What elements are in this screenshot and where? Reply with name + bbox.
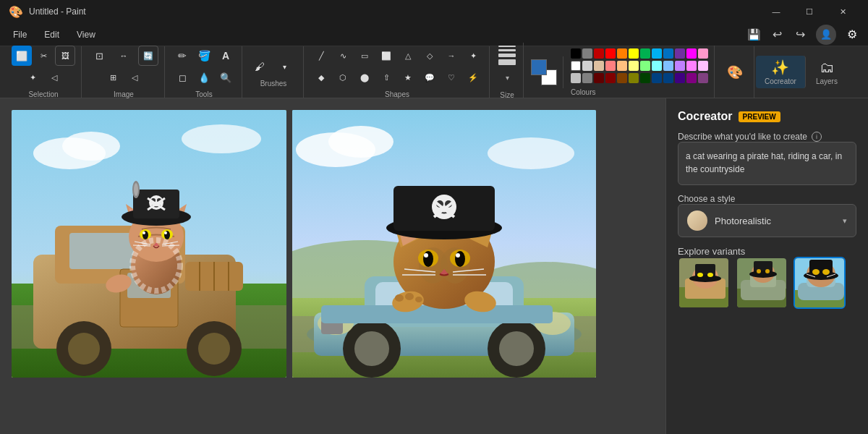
shape-rect2-button[interactable]: ⬜	[376, 46, 396, 66]
svg-point-118	[804, 271, 838, 280]
brush-dropdown[interactable]: ▾	[271, 56, 297, 77]
color-blue[interactable]	[663, 48, 673, 59]
color-lightpink[interactable]	[698, 61, 708, 71]
color-lightblue[interactable]	[663, 61, 673, 71]
color-pink[interactable]	[698, 48, 708, 59]
cocreator-feature-button[interactable]: ✨ Cocreator	[756, 56, 806, 88]
main-area: Cocreator PREVIEW Describe what you'd li…	[0, 98, 868, 434]
image-group: ⊡ ↔ 🔄 ⊞ ◁ Image	[83, 46, 165, 98]
shape-heart-button[interactable]: ♡	[441, 67, 461, 88]
variant-thumb-2[interactable]	[736, 257, 788, 309]
color-magenta[interactable]	[686, 48, 697, 59]
color-yellow[interactable]	[629, 48, 639, 59]
color-lightmagenta[interactable]	[686, 61, 697, 71]
color-tan[interactable]	[594, 61, 604, 71]
color-darkyellow[interactable]	[629, 73, 639, 83]
color-lightred[interactable]	[605, 61, 616, 71]
color-midgray[interactable]	[571, 73, 581, 83]
color-lightpurple[interactable]	[675, 61, 685, 71]
color-stack[interactable]	[531, 59, 557, 85]
redo-button[interactable]: ↪	[790, 25, 810, 45]
shape-hex-button[interactable]: ⬡	[333, 67, 353, 88]
style-selector[interactable]: Photorealistic ▾	[678, 204, 856, 237]
user-avatar[interactable]: 👤	[816, 25, 836, 45]
eyedropper-button[interactable]: 💧	[194, 67, 214, 88]
shape-rect-button[interactable]: ▭	[354, 46, 375, 66]
crop-button[interactable]: ⊡	[89, 46, 109, 66]
edit-menu[interactable]: Edit	[37, 27, 67, 43]
shape-line-button[interactable]: ╱	[311, 46, 331, 66]
color-darkblue[interactable]	[663, 73, 673, 83]
color-lightyellow[interactable]	[629, 61, 639, 71]
selection-magic-button[interactable]: ✦	[22, 67, 43, 88]
view-menu[interactable]: View	[69, 27, 103, 43]
undo-button[interactable]: ↩	[767, 25, 787, 45]
color-black[interactable]	[571, 48, 581, 59]
shape-more-button[interactable]: ✦	[463, 46, 483, 66]
color-darkgreen[interactable]	[640, 73, 650, 83]
color-lightorange[interactable]	[617, 61, 627, 71]
color-rosy[interactable]	[698, 73, 708, 83]
selection-rect-button[interactable]: ⬜	[12, 46, 32, 66]
background-button[interactable]: ◁	[124, 67, 145, 88]
foreground-color-swatch[interactable]	[531, 59, 547, 75]
selection-free-button[interactable]: ✂	[33, 46, 54, 66]
color-darkred[interactable]	[594, 48, 604, 59]
rotate-button[interactable]: 🔄	[138, 46, 158, 66]
color-darkpurple[interactable]	[675, 73, 685, 83]
resize-button[interactable]: ↔	[111, 46, 137, 66]
shape-arrow-button[interactable]: →	[441, 46, 461, 66]
shape-diamond-button[interactable]: ◇	[420, 46, 440, 66]
selection-image-button[interactable]: 🖼	[55, 46, 75, 66]
shape-bubble-button[interactable]: 💬	[420, 67, 440, 88]
color-purple[interactable]	[675, 48, 685, 59]
close-button[interactable]: ✕	[826, 0, 859, 23]
maximize-button[interactable]: ☐	[793, 0, 826, 23]
text-button[interactable]: A	[216, 46, 236, 66]
color-lightcyan[interactable]	[652, 61, 662, 71]
file-menu[interactable]: File	[6, 27, 34, 43]
shape-triangle-button[interactable]: △	[398, 46, 418, 66]
color-lightgray[interactable]	[582, 61, 592, 71]
prompt-text-box[interactable]: a cat wearing a pirate hat, riding a car…	[678, 142, 856, 185]
flip-button[interactable]: ⊞	[103, 67, 123, 88]
color-white[interactable]	[571, 61, 581, 71]
fill-button[interactable]: 🪣	[194, 46, 214, 66]
color-orange[interactable]	[617, 48, 627, 59]
pencil-button[interactable]: ✏	[172, 46, 192, 66]
save-button[interactable]: 💾	[744, 25, 764, 45]
layers-feature-button[interactable]: 🗂 Layers	[807, 56, 846, 88]
brushes-row: 🖌 ▾	[250, 56, 297, 77]
shape-curve-button[interactable]: ∿	[333, 46, 353, 66]
color-gray[interactable]	[582, 73, 592, 83]
color-red[interactable]	[605, 48, 616, 59]
color-darkmagenta[interactable]	[686, 73, 697, 83]
size-selector[interactable]	[498, 46, 516, 65]
title-bar-controls[interactable]: — ☐ ✕	[760, 0, 859, 23]
shape-diamond2-button[interactable]: ◆	[311, 67, 331, 88]
color-darkmaroon[interactable]	[605, 73, 616, 83]
color-darkorange[interactable]	[617, 73, 627, 83]
size-dropdown[interactable]: ▾	[497, 68, 517, 88]
color-skyblue[interactable]	[652, 48, 662, 59]
magnifier-button[interactable]: 🔍	[216, 67, 236, 88]
shape-lightning-button[interactable]: ⚡	[463, 67, 483, 88]
canvas-container[interactable]	[0, 98, 665, 434]
color-lightgreen[interactable]	[640, 61, 650, 71]
minimize-button[interactable]: —	[760, 0, 793, 23]
eraser-button[interactable]: ◻	[172, 67, 192, 88]
edit-colors-button[interactable]: 🎨	[722, 59, 748, 85]
brush-button[interactable]: 🖌	[250, 56, 270, 77]
shape-star-button[interactable]: ★	[398, 67, 418, 88]
variant-thumb-1[interactable]	[678, 257, 730, 309]
color-darkgray[interactable]	[582, 48, 592, 59]
settings-button[interactable]: ⚙	[842, 25, 862, 45]
shape-oval-button[interactable]: ⬤	[354, 67, 375, 88]
selection-invert-button[interactable]: ◁	[44, 67, 64, 88]
variant-thumb-3[interactable]	[793, 257, 846, 309]
color-vdarkred[interactable]	[594, 73, 604, 83]
color-green[interactable]	[640, 48, 650, 59]
color-darkcyan[interactable]	[652, 73, 662, 83]
shape-arrow2-button[interactable]: ⇧	[376, 67, 396, 88]
describe-info-icon[interactable]: i	[812, 132, 822, 142]
